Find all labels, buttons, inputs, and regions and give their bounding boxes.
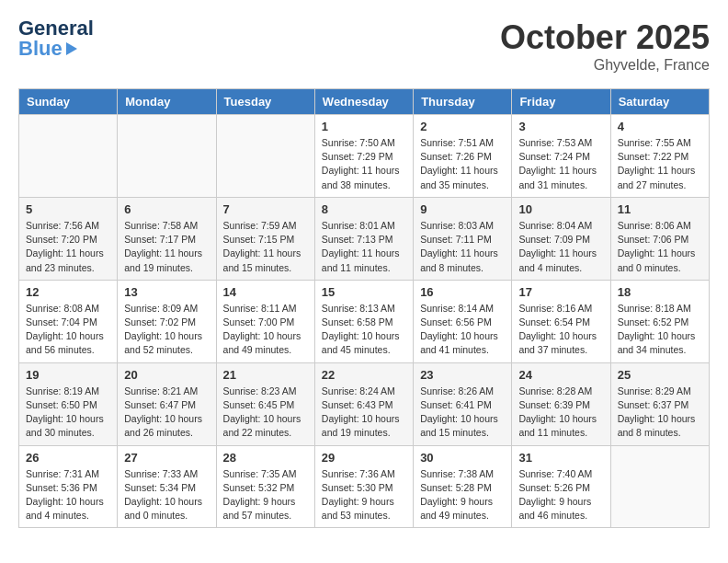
day-info: Sunrise: 8:13 AM Sunset: 6:58 PM Dayligh… [322, 302, 406, 358]
day-info: Sunrise: 7:38 AM Sunset: 5:28 PM Dayligh… [420, 467, 505, 523]
calendar-cell: 7Sunrise: 7:59 AM Sunset: 7:15 PM Daylig… [216, 197, 314, 280]
calendar-cell: 18Sunrise: 8:18 AM Sunset: 6:52 PM Dayli… [610, 280, 709, 362]
calendar-cell: 28Sunrise: 7:35 AM Sunset: 5:32 PM Dayli… [216, 445, 314, 528]
day-number: 18 [618, 285, 702, 299]
day-info: Sunrise: 8:24 AM Sunset: 6:43 PM Dayligh… [322, 385, 406, 441]
day-number: 26 [26, 451, 110, 465]
day-info: Sunrise: 8:14 AM Sunset: 6:56 PM Dayligh… [420, 302, 505, 358]
day-info: Sunrise: 8:11 AM Sunset: 7:00 PM Dayligh… [223, 302, 308, 358]
day-info: Sunrise: 7:35 AM Sunset: 5:32 PM Dayligh… [223, 467, 308, 523]
day-info: Sunrise: 7:33 AM Sunset: 5:34 PM Dayligh… [124, 467, 209, 523]
day-number: 14 [223, 285, 308, 299]
calendar-cell [216, 115, 314, 198]
day-number: 28 [223, 451, 308, 465]
logo-blue: Blue [18, 39, 63, 59]
calendar-cell: 10Sunrise: 8:04 AM Sunset: 7:09 PM Dayli… [512, 197, 610, 280]
logo-general: General [18, 18, 94, 39]
day-info: Sunrise: 8:29 AM Sunset: 6:37 PM Dayligh… [618, 385, 702, 441]
day-info: Sunrise: 8:16 AM Sunset: 6:54 PM Dayligh… [518, 302, 603, 358]
day-number: 21 [223, 368, 308, 382]
day-number: 29 [322, 451, 406, 465]
calendar-cell: 9Sunrise: 8:03 AM Sunset: 7:11 PM Daylig… [414, 197, 512, 280]
day-info: Sunrise: 8:03 AM Sunset: 7:11 PM Dayligh… [420, 219, 505, 275]
page-header: General Blue October 2025 Ghyvelde, Fran… [18, 18, 710, 74]
calendar-cell: 4Sunrise: 7:55 AM Sunset: 7:22 PM Daylig… [610, 115, 709, 198]
day-info: Sunrise: 8:06 AM Sunset: 7:06 PM Dayligh… [618, 219, 702, 275]
calendar-cell: 22Sunrise: 8:24 AM Sunset: 6:43 PM Dayli… [314, 362, 413, 445]
calendar-cell: 20Sunrise: 8:21 AM Sunset: 6:47 PM Dayli… [118, 362, 216, 445]
day-info: Sunrise: 8:23 AM Sunset: 6:45 PM Dayligh… [223, 385, 308, 441]
logo-arrow-icon [66, 42, 77, 55]
day-info: Sunrise: 7:59 AM Sunset: 7:15 PM Dayligh… [223, 219, 308, 275]
day-info: Sunrise: 7:56 AM Sunset: 7:20 PM Dayligh… [26, 219, 110, 275]
day-number: 7 [223, 202, 308, 216]
day-number: 27 [124, 451, 209, 465]
day-number: 9 [420, 202, 505, 216]
day-number: 25 [618, 368, 702, 382]
day-info: Sunrise: 7:40 AM Sunset: 5:26 PM Dayligh… [518, 467, 603, 523]
calendar-cell: 19Sunrise: 8:19 AM Sunset: 6:50 PM Dayli… [19, 362, 118, 445]
logo: General Blue [18, 18, 94, 59]
day-info: Sunrise: 8:01 AM Sunset: 7:13 PM Dayligh… [322, 219, 406, 275]
day-number: 5 [26, 202, 110, 216]
calendar-week-row: 5Sunrise: 7:56 AM Sunset: 7:20 PM Daylig… [19, 197, 710, 280]
day-number: 15 [322, 285, 406, 299]
calendar-cell: 31Sunrise: 7:40 AM Sunset: 5:26 PM Dayli… [512, 445, 610, 528]
day-info: Sunrise: 8:04 AM Sunset: 7:09 PM Dayligh… [518, 219, 603, 275]
calendar-cell [118, 115, 216, 198]
day-info: Sunrise: 8:21 AM Sunset: 6:47 PM Dayligh… [124, 385, 209, 441]
day-info: Sunrise: 8:18 AM Sunset: 6:52 PM Dayligh… [618, 302, 702, 358]
day-number: 31 [518, 451, 603, 465]
weekday-header-sunday: Sunday [19, 89, 118, 115]
calendar-cell: 5Sunrise: 7:56 AM Sunset: 7:20 PM Daylig… [19, 197, 118, 280]
calendar-cell: 26Sunrise: 7:31 AM Sunset: 5:36 PM Dayli… [19, 445, 118, 528]
calendar-week-row: 19Sunrise: 8:19 AM Sunset: 6:50 PM Dayli… [19, 362, 710, 445]
calendar-cell: 3Sunrise: 7:53 AM Sunset: 7:24 PM Daylig… [512, 115, 610, 198]
day-number: 20 [124, 368, 209, 382]
location: Ghyvelde, France [500, 57, 710, 74]
day-number: 24 [518, 368, 603, 382]
day-number: 10 [518, 202, 603, 216]
day-info: Sunrise: 8:28 AM Sunset: 6:39 PM Dayligh… [518, 385, 603, 441]
day-info: Sunrise: 7:53 AM Sunset: 7:24 PM Dayligh… [518, 136, 603, 192]
calendar-table: SundayMondayTuesdayWednesdayThursdayFrid… [18, 88, 710, 528]
calendar-cell: 6Sunrise: 7:58 AM Sunset: 7:17 PM Daylig… [118, 197, 216, 280]
day-info: Sunrise: 7:55 AM Sunset: 7:22 PM Dayligh… [618, 136, 702, 192]
calendar-cell: 27Sunrise: 7:33 AM Sunset: 5:34 PM Dayli… [118, 445, 216, 528]
calendar-cell: 24Sunrise: 8:28 AM Sunset: 6:39 PM Dayli… [512, 362, 610, 445]
calendar-cell: 1Sunrise: 7:50 AM Sunset: 7:29 PM Daylig… [314, 115, 413, 198]
day-number: 11 [618, 202, 702, 216]
weekday-header-tuesday: Tuesday [216, 89, 314, 115]
day-number: 6 [124, 202, 209, 216]
calendar-cell: 11Sunrise: 8:06 AM Sunset: 7:06 PM Dayli… [610, 197, 709, 280]
calendar-cell: 13Sunrise: 8:09 AM Sunset: 7:02 PM Dayli… [118, 280, 216, 362]
calendar-week-row: 12Sunrise: 8:08 AM Sunset: 7:04 PM Dayli… [19, 280, 710, 362]
calendar-cell [19, 115, 118, 198]
calendar-cell: 12Sunrise: 8:08 AM Sunset: 7:04 PM Dayli… [19, 280, 118, 362]
day-number: 22 [322, 368, 406, 382]
day-number: 16 [420, 285, 505, 299]
day-number: 8 [322, 202, 406, 216]
day-number: 17 [518, 285, 603, 299]
month-title: October 2025 [500, 18, 710, 57]
day-number: 23 [420, 368, 505, 382]
calendar-cell: 8Sunrise: 8:01 AM Sunset: 7:13 PM Daylig… [314, 197, 413, 280]
calendar-header-row: SundayMondayTuesdayWednesdayThursdayFrid… [19, 89, 710, 115]
calendar-cell: 21Sunrise: 8:23 AM Sunset: 6:45 PM Dayli… [216, 362, 314, 445]
day-info: Sunrise: 7:31 AM Sunset: 5:36 PM Dayligh… [26, 467, 110, 523]
calendar-cell: 29Sunrise: 7:36 AM Sunset: 5:30 PM Dayli… [314, 445, 413, 528]
calendar-cell: 2Sunrise: 7:51 AM Sunset: 7:26 PM Daylig… [414, 115, 512, 198]
day-number: 30 [420, 451, 505, 465]
weekday-header-monday: Monday [118, 89, 216, 115]
day-number: 1 [322, 120, 406, 133]
title-block: October 2025 Ghyvelde, France [500, 18, 710, 74]
day-info: Sunrise: 7:58 AM Sunset: 7:17 PM Dayligh… [124, 219, 209, 275]
calendar-cell: 14Sunrise: 8:11 AM Sunset: 7:00 PM Dayli… [216, 280, 314, 362]
day-number: 12 [26, 285, 110, 299]
calendar-cell: 15Sunrise: 8:13 AM Sunset: 6:58 PM Dayli… [314, 280, 413, 362]
day-number: 13 [124, 285, 209, 299]
day-info: Sunrise: 7:51 AM Sunset: 7:26 PM Dayligh… [420, 136, 505, 192]
calendar-cell: 30Sunrise: 7:38 AM Sunset: 5:28 PM Dayli… [414, 445, 512, 528]
day-info: Sunrise: 8:26 AM Sunset: 6:41 PM Dayligh… [420, 385, 505, 441]
calendar-cell: 25Sunrise: 8:29 AM Sunset: 6:37 PM Dayli… [610, 362, 709, 445]
